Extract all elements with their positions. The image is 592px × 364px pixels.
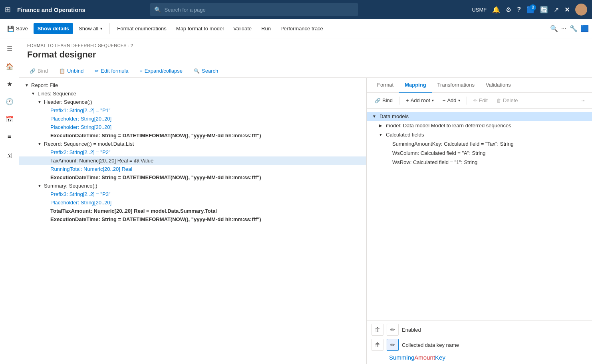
home-icon[interactable]: 🏠 bbox=[2, 59, 17, 73]
enabled-label: Enabled bbox=[402, 327, 421, 333]
right-bind-button[interactable]: 🔗 Bind bbox=[371, 96, 396, 105]
more-actions-icon[interactable]: ··· bbox=[580, 96, 587, 105]
tree-item-label: RunningTotal: Numeric[20..20] Real bbox=[50, 166, 132, 172]
expand-collapse-button[interactable]: ≡ Expand/collapse bbox=[137, 67, 185, 75]
tree-item[interactable]: ExecutionDateTime: String = DATETIMEFORM… bbox=[19, 173, 366, 182]
key-delete-button[interactable]: 🗑 bbox=[371, 339, 383, 351]
main-layout: ☰ 🏠 ★ 🕐 📅 ≡ ⚿ FORMAT TO LEARN DEFERRED S… bbox=[0, 38, 592, 364]
tab-mapping[interactable]: Mapping bbox=[399, 78, 431, 93]
model-tree-item[interactable]: ▶model: Data model Model to learn deferr… bbox=[367, 121, 592, 130]
edit-formula-button[interactable]: ✏ Edit formula bbox=[92, 67, 131, 75]
refresh-icon[interactable]: 🔄 bbox=[540, 6, 548, 14]
model-tree-item[interactable]: ▼Calculated fields bbox=[367, 130, 592, 139]
filter-icon[interactable]: ⚿ bbox=[2, 148, 17, 163]
search-toolbar-icon[interactable]: 🔍 bbox=[550, 25, 558, 32]
tree-item-label: Summary: Sequence(;) bbox=[44, 183, 97, 189]
recent-icon[interactable]: 🕐 bbox=[2, 94, 17, 109]
close-icon[interactable]: ✕ bbox=[564, 6, 570, 14]
bell-icon[interactable]: 🔔 bbox=[492, 6, 500, 14]
tree-item[interactable]: ▼Summary: Sequence(;) bbox=[19, 182, 366, 190]
model-item-label: Data models bbox=[379, 113, 409, 119]
tree-item[interactable]: TotalTaxAmount: Numeric[20..20] Real = m… bbox=[19, 207, 366, 215]
breadcrumb: FORMAT TO LEARN DEFERRED SEQUENCES : 2 bbox=[27, 43, 584, 48]
tree-item-label: Record: Sequence(;) = model.Data.List bbox=[44, 141, 134, 147]
user-avatar[interactable] bbox=[575, 4, 587, 16]
top-nav-right-icons: USMF 🔔 ⚙ ? 🟦 0 🔄 ↗ ✕ bbox=[472, 4, 587, 16]
gear-icon[interactable]: ⚙ bbox=[506, 6, 511, 14]
performance-trace-button[interactable]: Performance trace bbox=[276, 23, 327, 34]
expand-icon: ≡ bbox=[140, 68, 143, 74]
tab-transformations[interactable]: Transformations bbox=[432, 78, 480, 93]
tree-item[interactable]: Prefix1: String[2..2] = "P1" bbox=[19, 106, 366, 115]
run-button[interactable]: Run bbox=[257, 23, 275, 34]
edit-button[interactable]: ✏ Edit bbox=[470, 96, 491, 105]
show-all-button[interactable]: Show all ▾ bbox=[75, 23, 106, 34]
tab-format[interactable]: Format bbox=[371, 78, 399, 93]
format-tree-panel: ▼Report: File▼Lines: Sequence▼Header: Se… bbox=[19, 78, 367, 364]
delete-button[interactable]: 🗑 Delete bbox=[493, 96, 521, 105]
global-search-input[interactable] bbox=[164, 7, 354, 13]
user-label: USMF bbox=[472, 7, 487, 13]
tree-item-label: ExecutionDateTime: String = DATETIMEFORM… bbox=[50, 216, 261, 222]
office365-icon[interactable]: 🟦 bbox=[581, 25, 589, 32]
tree-item[interactable]: ExecutionDateTime: String = DATETIMEFORM… bbox=[19, 131, 366, 140]
calendar-icon[interactable]: 📅 bbox=[2, 112, 17, 126]
tree-item[interactable]: ▼Record: Sequence(;) = model.Data.List bbox=[19, 140, 366, 148]
tree-item[interactable]: Placeholder: String[20..20] bbox=[19, 123, 366, 131]
validate-button[interactable]: Validate bbox=[229, 23, 256, 34]
tree-item[interactable]: ▼Header: Sequence(;) bbox=[19, 98, 366, 106]
expand-icon: ▼ bbox=[30, 91, 36, 97]
key-edit-button[interactable]: ✏ bbox=[387, 339, 399, 351]
tree-item[interactable]: Prefix2: String[2..2] = "P2" bbox=[19, 148, 366, 156]
tree-item-label: TotalTaxAmount: Numeric[20..20] Real = m… bbox=[50, 208, 217, 214]
model-item-label: model: Data model Model to learn deferre… bbox=[386, 123, 511, 129]
puzzle-icon[interactable]: 🔧 bbox=[570, 25, 578, 32]
bind-button[interactable]: 🔗 Bind bbox=[27, 67, 50, 75]
pencil-icon: ✏ bbox=[95, 68, 99, 74]
search-formula-button[interactable]: 🔍 Search bbox=[191, 67, 221, 75]
tree-item-label: ExecutionDateTime: String = DATETIMEFORM… bbox=[50, 174, 261, 180]
add-button[interactable]: + Add ▾ bbox=[439, 96, 463, 105]
enabled-row: 🗑 ✏ Enabled bbox=[371, 324, 587, 336]
enabled-edit-button[interactable]: ✏ bbox=[387, 324, 399, 336]
list-icon[interactable]: ≡ bbox=[2, 129, 17, 144]
tree-item[interactable]: Prefix3: String[2..2] = "P3" bbox=[19, 190, 366, 198]
show-details-button[interactable]: Show details bbox=[34, 23, 73, 34]
tree-item-label: Placeholder: String[20..20] bbox=[50, 116, 111, 122]
expand-icon bbox=[43, 217, 49, 222]
tree-item[interactable]: RunningTotal: Numeric[20..20] Real bbox=[19, 165, 366, 173]
office-icon-container[interactable]: 🟦 0 bbox=[526, 6, 534, 14]
favorites-icon[interactable]: ★ bbox=[2, 77, 17, 91]
unbind-button[interactable]: 📋 Unbind bbox=[57, 67, 86, 75]
model-tree-item[interactable]: WsRow: Calculated field = "1": String bbox=[367, 158, 592, 167]
add-root-button[interactable]: + Add root ▾ bbox=[403, 96, 437, 105]
open-new-icon[interactable]: ↗ bbox=[554, 6, 559, 14]
tree-item[interactable]: Placeholder: String[20..20] bbox=[19, 115, 366, 123]
model-tree-item[interactable]: SummingAmountKey: Calculated field = "Ta… bbox=[367, 139, 592, 148]
tree-item[interactable]: TaxAmount: Numeric[20..20] Real = @.Valu… bbox=[19, 156, 366, 165]
tree-item[interactable]: Placeholder: String[20..20] bbox=[19, 198, 366, 207]
tree-item[interactable]: ▼Report: File bbox=[19, 81, 366, 89]
global-search-bar[interactable]: 🔍 bbox=[150, 3, 358, 16]
toolbar-separator-1 bbox=[109, 23, 110, 34]
tree-item[interactable]: ▼Lines: Sequence bbox=[19, 89, 366, 98]
right-tabs: FormatMappingTransformationsValidations bbox=[367, 78, 592, 93]
page-header: FORMAT TO LEARN DEFERRED SEQUENCES : 2 F… bbox=[19, 38, 592, 64]
save-button[interactable]: 💾 Save bbox=[3, 23, 32, 34]
expand-icon bbox=[43, 125, 49, 130]
sidebar-toggle-icon[interactable]: ☰ bbox=[2, 42, 17, 56]
model-tree-item[interactable]: ▼Data models bbox=[367, 112, 592, 121]
model-tree-item[interactable]: WsColumn: Calculated field = "A": String bbox=[367, 148, 592, 158]
grid-icon[interactable]: ⊞ bbox=[5, 5, 11, 14]
more-icon[interactable]: ··· bbox=[561, 25, 566, 32]
tree-item[interactable]: ExecutionDateTime: String = DATETIMEFORM… bbox=[19, 215, 366, 224]
enabled-delete-button[interactable]: 🗑 bbox=[371, 324, 383, 336]
map-format-to-model-button[interactable]: Map format to model bbox=[172, 23, 228, 34]
right-separator-1 bbox=[399, 97, 399, 105]
expand-icon: ▼ bbox=[37, 183, 42, 189]
tab-validations[interactable]: Validations bbox=[480, 78, 517, 93]
help-icon[interactable]: ? bbox=[517, 6, 521, 13]
right-link-icon: 🔗 bbox=[375, 98, 381, 103]
main-toolbar: 💾 Save Show details Show all ▾ Format en… bbox=[0, 19, 592, 38]
format-enumerations-button[interactable]: Format enumerations bbox=[113, 23, 171, 34]
